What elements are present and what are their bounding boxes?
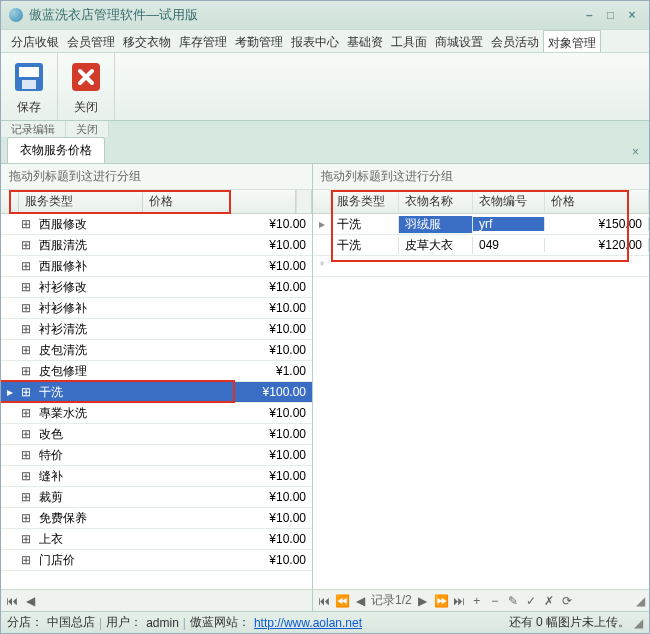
cell-type: 免费保养 — [33, 510, 141, 527]
expand-icon[interactable]: ⊞ — [19, 469, 33, 483]
expand-icon[interactable]: ⊞ — [19, 364, 33, 378]
expand-icon[interactable]: ⊞ — [19, 322, 33, 336]
status-site-link[interactable]: http://www.aolan.net — [254, 616, 362, 630]
nav-prev[interactable]: ◀ — [353, 594, 367, 608]
menu-8[interactable]: 商城设置 — [431, 30, 487, 52]
table-row[interactable]: ⊞衬衫清洗¥10.00 — [1, 319, 312, 340]
cell-price: ¥10.00 — [141, 238, 312, 252]
indicator-col-r — [313, 190, 331, 213]
tab-close-button[interactable]: × — [628, 141, 643, 163]
nav-next[interactable]: ▶ — [416, 594, 430, 608]
tab-clothing-price[interactable]: 衣物服务价格 — [7, 137, 105, 163]
left-grid-body[interactable]: ⊞西服修改¥10.00⊞西服清洗¥10.00⊞西服修补¥10.00⊞衬衫修改¥1… — [1, 214, 312, 589]
col-r-type[interactable]: 服务类型 — [331, 190, 399, 213]
menu-1[interactable]: 会员管理 — [63, 30, 119, 52]
menu-3[interactable]: 库存管理 — [175, 30, 231, 52]
nav-record-label: 记录1/2 — [371, 592, 412, 609]
expand-icon[interactable]: ⊞ — [19, 238, 33, 252]
col-r-price[interactable]: 价格 — [545, 190, 649, 213]
expand-icon[interactable]: ⊞ — [19, 217, 33, 231]
col-r-code[interactable]: 衣物编号 — [473, 190, 545, 213]
expand-icon[interactable]: ⊞ — [19, 406, 33, 420]
nav-check[interactable]: ✓ — [524, 594, 538, 608]
left-group-hint[interactable]: 拖动列标题到这进行分组 — [1, 164, 312, 190]
nav-del[interactable]: − — [488, 594, 502, 608]
menu-2[interactable]: 移交衣物 — [119, 30, 175, 52]
expand-icon[interactable]: ⊞ — [19, 448, 33, 462]
nav-refresh[interactable]: ⟳ — [560, 594, 574, 608]
minimize-button[interactable]: – — [580, 8, 598, 22]
menu-7[interactable]: 工具面 — [387, 30, 431, 52]
cell-type: 改色 — [33, 426, 141, 443]
table-row[interactable]: ⊞特价¥10.00 — [1, 445, 312, 466]
table-row[interactable]: ⊞改色¥10.00 — [1, 424, 312, 445]
maximize-button[interactable]: □ — [602, 8, 620, 22]
resize-grip-icon[interactable]: ◢ — [634, 616, 643, 630]
table-row[interactable]: ⊞上衣¥10.00 — [1, 529, 312, 550]
col-r-item[interactable]: 衣物名称 — [399, 190, 473, 213]
nav-add[interactable]: + — [470, 594, 484, 608]
table-row[interactable]: ⊞西服修补¥10.00 — [1, 256, 312, 277]
table-row[interactable]: ⊞西服修改¥10.00 — [1, 214, 312, 235]
table-row[interactable]: ⊞西服清洗¥10.00 — [1, 235, 312, 256]
status-branch-label: 分店： — [7, 614, 43, 631]
cell-item: 羽绒服 — [399, 216, 473, 233]
nav-cancel[interactable]: ✗ — [542, 594, 556, 608]
expand-icon[interactable]: ⊞ — [19, 490, 33, 504]
expand-icon[interactable]: ⊞ — [19, 385, 33, 399]
table-row[interactable]: ▸⊞干洗¥100.00 — [1, 382, 312, 403]
table-row[interactable]: ⊞皮包修理¥1.00 — [1, 361, 312, 382]
nav-prevpage[interactable]: ⏪ — [335, 594, 349, 608]
cell-type: 干洗 — [331, 237, 399, 254]
right-grid-body[interactable]: ▸干洗羽绒服yrf¥150.00干洗皮草大衣049¥120.00* — [313, 214, 649, 589]
cell-code: 049 — [473, 238, 545, 252]
table-row[interactable]: ⊞皮包清洗¥10.00 — [1, 340, 312, 361]
group-close-label: 关闭 — [66, 121, 109, 137]
right-navigator: ⏮ ⏪ ◀ 记录1/2 ▶ ⏩ ⏭ + − ✎ ✓ ✗ ⟳ ◢ — [313, 589, 649, 611]
right-group-hint[interactable]: 拖动列标题到这进行分组 — [313, 164, 649, 190]
resize-grip-icon[interactable]: ◢ — [636, 594, 645, 608]
menu-10[interactable]: 对象管理 — [543, 30, 601, 52]
cell-price: ¥10.00 — [141, 427, 312, 441]
nav-first[interactable]: ⏮ — [317, 594, 331, 608]
table-row[interactable]: ⊞專業水洗¥10.00 — [1, 403, 312, 424]
expand-icon[interactable]: ⊞ — [19, 280, 33, 294]
col-service-type[interactable]: 服务类型 — [19, 190, 143, 213]
save-label: 保存 — [17, 99, 41, 116]
nav-nextpage[interactable]: ⏩ — [434, 594, 448, 608]
table-row[interactable]: ⊞免费保养¥10.00 — [1, 508, 312, 529]
table-row[interactable]: ⊞裁剪¥10.00 — [1, 487, 312, 508]
cell-type: 缝补 — [33, 468, 141, 485]
expand-icon[interactable]: ⊞ — [19, 532, 33, 546]
save-button[interactable] — [9, 57, 49, 97]
new-row[interactable]: * — [313, 256, 649, 277]
menu-6[interactable]: 基础资 — [343, 30, 387, 52]
right-pane: 拖动列标题到这进行分组 服务类型 衣物名称 衣物编号 价格 ▸干洗羽绒服yrf¥… — [313, 164, 649, 611]
expand-icon[interactable]: ⊞ — [19, 343, 33, 357]
nav-prev[interactable]: ◀ — [23, 594, 37, 608]
table-row[interactable]: ⊞缝补¥10.00 — [1, 466, 312, 487]
table-row[interactable]: 干洗皮草大衣049¥120.00 — [313, 235, 649, 256]
close-window-button[interactable]: × — [623, 8, 641, 22]
menu-9[interactable]: 会员活动 — [487, 30, 543, 52]
table-row[interactable]: ⊞门店价¥10.00 — [1, 550, 312, 571]
col-price[interactable]: 价格 — [143, 190, 296, 213]
nav-last[interactable]: ⏭ — [452, 594, 466, 608]
table-row[interactable]: ⊞衬衫修改¥10.00 — [1, 277, 312, 298]
nav-edit[interactable]: ✎ — [506, 594, 520, 608]
table-row[interactable]: ▸干洗羽绒服yrf¥150.00 — [313, 214, 649, 235]
expand-icon[interactable]: ⊞ — [19, 427, 33, 441]
expand-icon[interactable]: ⊞ — [19, 301, 33, 315]
menu-0[interactable]: 分店收银 — [7, 30, 63, 52]
nav-first[interactable]: ⏮ — [5, 594, 19, 608]
table-row[interactable]: ⊞衬衫修补¥10.00 — [1, 298, 312, 319]
expand-icon[interactable]: ⊞ — [19, 259, 33, 273]
expand-icon[interactable]: ⊞ — [19, 553, 33, 567]
menu-5[interactable]: 报表中心 — [287, 30, 343, 52]
scroll-spacer — [296, 190, 312, 213]
status-branch: 中国总店 — [47, 614, 95, 631]
expand-icon[interactable]: ⊞ — [19, 511, 33, 525]
menu-4[interactable]: 考勤管理 — [231, 30, 287, 52]
close-button[interactable] — [66, 57, 106, 97]
toolbar: 保存 关闭 — [1, 53, 649, 121]
